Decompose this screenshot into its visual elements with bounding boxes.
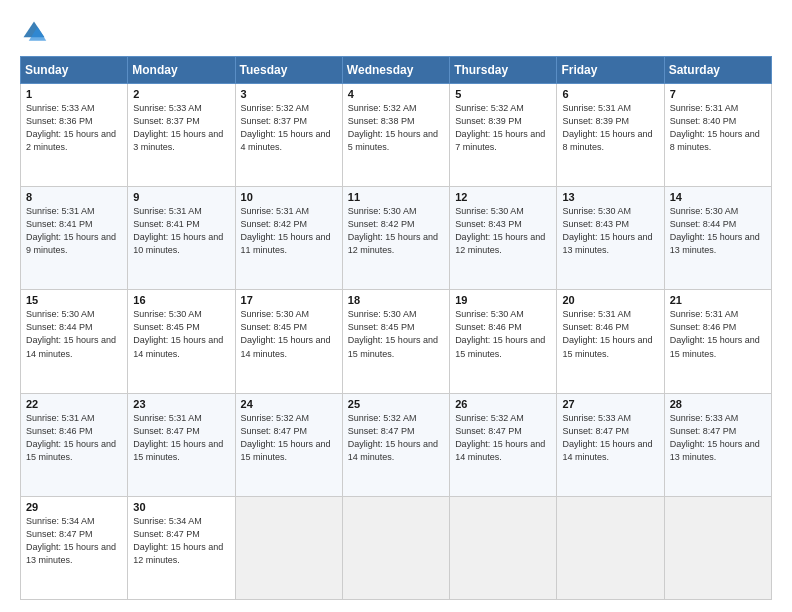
day-number: 14 xyxy=(670,191,766,203)
calendar-header-day: Sunday xyxy=(21,57,128,84)
calendar-day-cell: 28 Sunrise: 5:33 AM Sunset: 8:47 PM Dayl… xyxy=(664,393,771,496)
day-number: 27 xyxy=(562,398,658,410)
page: SundayMondayTuesdayWednesdayThursdayFrid… xyxy=(0,0,792,612)
calendar-day-cell: 9 Sunrise: 5:31 AM Sunset: 8:41 PM Dayli… xyxy=(128,187,235,290)
day-number: 20 xyxy=(562,294,658,306)
logo-icon xyxy=(20,18,48,46)
calendar-day-cell: 13 Sunrise: 5:30 AM Sunset: 8:43 PM Dayl… xyxy=(557,187,664,290)
calendar-day-cell: 29 Sunrise: 5:34 AM Sunset: 8:47 PM Dayl… xyxy=(21,496,128,599)
calendar-day-cell: 23 Sunrise: 5:31 AM Sunset: 8:47 PM Dayl… xyxy=(128,393,235,496)
calendar-day-cell: 30 Sunrise: 5:34 AM Sunset: 8:47 PM Dayl… xyxy=(128,496,235,599)
calendar-day-cell: 5 Sunrise: 5:32 AM Sunset: 8:39 PM Dayli… xyxy=(450,84,557,187)
day-info: Sunrise: 5:34 AM Sunset: 8:47 PM Dayligh… xyxy=(26,515,122,567)
day-number: 22 xyxy=(26,398,122,410)
calendar-day-cell: 8 Sunrise: 5:31 AM Sunset: 8:41 PM Dayli… xyxy=(21,187,128,290)
calendar-day-cell xyxy=(450,496,557,599)
day-number: 10 xyxy=(241,191,337,203)
day-info: Sunrise: 5:31 AM Sunset: 8:42 PM Dayligh… xyxy=(241,205,337,257)
calendar-day-cell: 15 Sunrise: 5:30 AM Sunset: 8:44 PM Dayl… xyxy=(21,290,128,393)
calendar-day-cell: 20 Sunrise: 5:31 AM Sunset: 8:46 PM Dayl… xyxy=(557,290,664,393)
calendar-header-day: Monday xyxy=(128,57,235,84)
calendar-header-day: Thursday xyxy=(450,57,557,84)
calendar-header-day: Friday xyxy=(557,57,664,84)
day-info: Sunrise: 5:31 AM Sunset: 8:39 PM Dayligh… xyxy=(562,102,658,154)
day-info: Sunrise: 5:33 AM Sunset: 8:47 PM Dayligh… xyxy=(670,412,766,464)
calendar-day-cell: 16 Sunrise: 5:30 AM Sunset: 8:45 PM Dayl… xyxy=(128,290,235,393)
day-number: 23 xyxy=(133,398,229,410)
calendar-day-cell xyxy=(342,496,449,599)
calendar-day-cell: 19 Sunrise: 5:30 AM Sunset: 8:46 PM Dayl… xyxy=(450,290,557,393)
day-info: Sunrise: 5:30 AM Sunset: 8:45 PM Dayligh… xyxy=(133,308,229,360)
day-info: Sunrise: 5:32 AM Sunset: 8:47 PM Dayligh… xyxy=(348,412,444,464)
day-info: Sunrise: 5:30 AM Sunset: 8:42 PM Dayligh… xyxy=(348,205,444,257)
day-info: Sunrise: 5:32 AM Sunset: 8:38 PM Dayligh… xyxy=(348,102,444,154)
day-number: 25 xyxy=(348,398,444,410)
calendar-header-day: Saturday xyxy=(664,57,771,84)
calendar-day-cell: 12 Sunrise: 5:30 AM Sunset: 8:43 PM Dayl… xyxy=(450,187,557,290)
day-number: 8 xyxy=(26,191,122,203)
calendar-day-cell: 7 Sunrise: 5:31 AM Sunset: 8:40 PM Dayli… xyxy=(664,84,771,187)
day-info: Sunrise: 5:31 AM Sunset: 8:46 PM Dayligh… xyxy=(670,308,766,360)
calendar-day-cell: 27 Sunrise: 5:33 AM Sunset: 8:47 PM Dayl… xyxy=(557,393,664,496)
day-number: 18 xyxy=(348,294,444,306)
calendar-day-cell: 17 Sunrise: 5:30 AM Sunset: 8:45 PM Dayl… xyxy=(235,290,342,393)
calendar-header-row: SundayMondayTuesdayWednesdayThursdayFrid… xyxy=(21,57,772,84)
day-number: 2 xyxy=(133,88,229,100)
day-number: 24 xyxy=(241,398,337,410)
day-number: 13 xyxy=(562,191,658,203)
day-number: 12 xyxy=(455,191,551,203)
day-number: 11 xyxy=(348,191,444,203)
day-number: 5 xyxy=(455,88,551,100)
day-info: Sunrise: 5:31 AM Sunset: 8:41 PM Dayligh… xyxy=(133,205,229,257)
calendar-day-cell: 26 Sunrise: 5:32 AM Sunset: 8:47 PM Dayl… xyxy=(450,393,557,496)
day-number: 4 xyxy=(348,88,444,100)
day-number: 16 xyxy=(133,294,229,306)
calendar-week-row: 8 Sunrise: 5:31 AM Sunset: 8:41 PM Dayli… xyxy=(21,187,772,290)
day-info: Sunrise: 5:32 AM Sunset: 8:39 PM Dayligh… xyxy=(455,102,551,154)
calendar-header-day: Tuesday xyxy=(235,57,342,84)
calendar-week-row: 29 Sunrise: 5:34 AM Sunset: 8:47 PM Dayl… xyxy=(21,496,772,599)
calendar-day-cell: 4 Sunrise: 5:32 AM Sunset: 8:38 PM Dayli… xyxy=(342,84,449,187)
day-number: 26 xyxy=(455,398,551,410)
day-info: Sunrise: 5:32 AM Sunset: 8:47 PM Dayligh… xyxy=(455,412,551,464)
calendar-day-cell xyxy=(235,496,342,599)
day-info: Sunrise: 5:30 AM Sunset: 8:44 PM Dayligh… xyxy=(26,308,122,360)
day-info: Sunrise: 5:32 AM Sunset: 8:37 PM Dayligh… xyxy=(241,102,337,154)
day-number: 21 xyxy=(670,294,766,306)
calendar-day-cell: 10 Sunrise: 5:31 AM Sunset: 8:42 PM Dayl… xyxy=(235,187,342,290)
day-number: 3 xyxy=(241,88,337,100)
day-info: Sunrise: 5:33 AM Sunset: 8:36 PM Dayligh… xyxy=(26,102,122,154)
day-info: Sunrise: 5:30 AM Sunset: 8:45 PM Dayligh… xyxy=(241,308,337,360)
day-info: Sunrise: 5:31 AM Sunset: 8:46 PM Dayligh… xyxy=(26,412,122,464)
calendar-body: 1 Sunrise: 5:33 AM Sunset: 8:36 PM Dayli… xyxy=(21,84,772,600)
calendar-day-cell: 2 Sunrise: 5:33 AM Sunset: 8:37 PM Dayli… xyxy=(128,84,235,187)
calendar-day-cell: 3 Sunrise: 5:32 AM Sunset: 8:37 PM Dayli… xyxy=(235,84,342,187)
calendar-day-cell: 14 Sunrise: 5:30 AM Sunset: 8:44 PM Dayl… xyxy=(664,187,771,290)
day-info: Sunrise: 5:31 AM Sunset: 8:41 PM Dayligh… xyxy=(26,205,122,257)
day-number: 29 xyxy=(26,501,122,513)
calendar-day-cell: 25 Sunrise: 5:32 AM Sunset: 8:47 PM Dayl… xyxy=(342,393,449,496)
day-number: 28 xyxy=(670,398,766,410)
day-number: 30 xyxy=(133,501,229,513)
calendar-day-cell: 11 Sunrise: 5:30 AM Sunset: 8:42 PM Dayl… xyxy=(342,187,449,290)
day-info: Sunrise: 5:30 AM Sunset: 8:45 PM Dayligh… xyxy=(348,308,444,360)
calendar-week-row: 15 Sunrise: 5:30 AM Sunset: 8:44 PM Dayl… xyxy=(21,290,772,393)
calendar-table: SundayMondayTuesdayWednesdayThursdayFrid… xyxy=(20,56,772,600)
header xyxy=(20,18,772,46)
day-number: 15 xyxy=(26,294,122,306)
calendar-day-cell: 24 Sunrise: 5:32 AM Sunset: 8:47 PM Dayl… xyxy=(235,393,342,496)
calendar-day-cell xyxy=(557,496,664,599)
calendar-day-cell: 21 Sunrise: 5:31 AM Sunset: 8:46 PM Dayl… xyxy=(664,290,771,393)
day-info: Sunrise: 5:33 AM Sunset: 8:37 PM Dayligh… xyxy=(133,102,229,154)
calendar-week-row: 22 Sunrise: 5:31 AM Sunset: 8:46 PM Dayl… xyxy=(21,393,772,496)
day-info: Sunrise: 5:33 AM Sunset: 8:47 PM Dayligh… xyxy=(562,412,658,464)
calendar-day-cell: 22 Sunrise: 5:31 AM Sunset: 8:46 PM Dayl… xyxy=(21,393,128,496)
day-info: Sunrise: 5:31 AM Sunset: 8:46 PM Dayligh… xyxy=(562,308,658,360)
day-number: 7 xyxy=(670,88,766,100)
day-info: Sunrise: 5:31 AM Sunset: 8:47 PM Dayligh… xyxy=(133,412,229,464)
logo xyxy=(20,18,52,46)
day-info: Sunrise: 5:30 AM Sunset: 8:46 PM Dayligh… xyxy=(455,308,551,360)
calendar-day-cell xyxy=(664,496,771,599)
calendar-day-cell: 1 Sunrise: 5:33 AM Sunset: 8:36 PM Dayli… xyxy=(21,84,128,187)
calendar-week-row: 1 Sunrise: 5:33 AM Sunset: 8:36 PM Dayli… xyxy=(21,84,772,187)
